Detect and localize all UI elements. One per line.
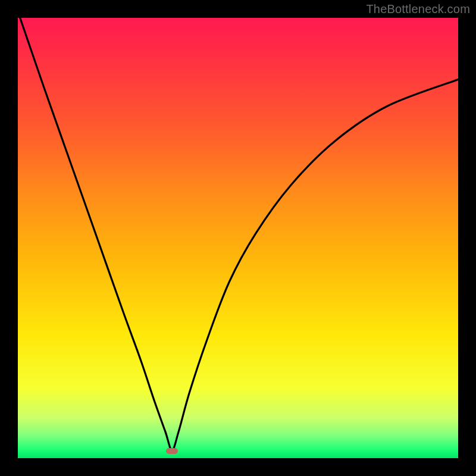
plot-area <box>18 18 458 458</box>
watermark-text: TheBottleneck.com <box>366 2 470 16</box>
curve-svg <box>18 18 458 458</box>
minimum-marker <box>166 448 178 454</box>
chart-frame: TheBottleneck.com <box>0 0 476 476</box>
bottleneck-curve <box>20 18 458 450</box>
